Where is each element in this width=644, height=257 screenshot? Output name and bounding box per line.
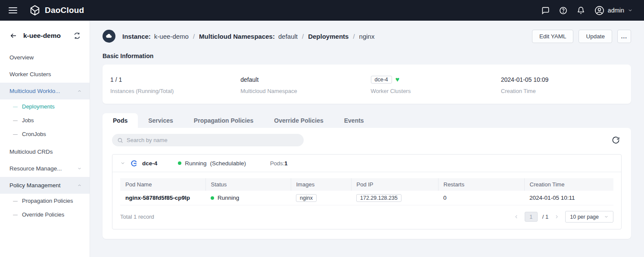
basic-information-title: Basic Information — [103, 53, 631, 59]
column-header-pod-ip: Pod IP — [351, 178, 438, 191]
pods-table: Pod Name Status Images Pod IP Restarts C… — [120, 178, 613, 205]
page-number-input[interactable] — [525, 212, 538, 222]
next-page-icon[interactable] — [553, 213, 560, 220]
more-actions-button[interactable]: ... — [617, 30, 631, 43]
breadcrumb-separator: / — [353, 33, 355, 40]
tab-services[interactable]: Services — [138, 113, 184, 128]
page-size-select[interactable]: 10 per page — [565, 211, 613, 223]
sidebar-item-overview[interactable]: Overview — [0, 49, 90, 66]
pagination: / 1 10 per page — [513, 211, 613, 223]
stat-value: 2024-01-05 10:09 — [501, 75, 631, 84]
cluster-name: dce-4 — [142, 160, 157, 167]
healthy-heart-icon: ♥ — [395, 76, 400, 83]
cluster-tag[interactable]: dce-4 — [371, 76, 392, 84]
update-button[interactable]: Update — [579, 30, 612, 43]
stat-label: Multicloud Namespace — [240, 88, 370, 94]
search-box — [112, 134, 304, 146]
prev-page-icon[interactable] — [513, 213, 520, 220]
breadcrumb-resource-name: nginx — [359, 33, 375, 40]
sidebar-item-override-policies[interactable]: Override Policies — [0, 207, 90, 221]
sidebar-item-jobs[interactable]: Jobs — [0, 113, 90, 127]
back-arrow-icon[interactable] — [9, 32, 17, 40]
cluster-group-header[interactable]: dce-4 Running (Schedulable) Pods:1 — [112, 155, 621, 172]
stat-label: Instances (Running/Total) — [110, 88, 240, 94]
chevron-down-icon — [628, 8, 633, 13]
sidebar-item-multicloud-crds[interactable]: Multicloud CRDs — [0, 143, 90, 160]
page-header: Instance: k-uee-demo / Multicloud Namesp… — [103, 27, 631, 46]
cluster-group: dce-4 Running (Schedulable) Pods:1 — [112, 154, 622, 229]
instance-title: k-uee-demo — [23, 32, 67, 40]
chevron-up-icon — [77, 89, 82, 93]
table-footer: Total 1 record / 1 — [120, 205, 613, 229]
chevron-down-icon — [77, 166, 82, 171]
tab-events[interactable]: Events — [334, 113, 374, 128]
breadcrumb-instance-value[interactable]: k-uee-demo — [154, 33, 189, 40]
menu-toggle-button[interactable] — [9, 7, 17, 13]
column-header-status: Status — [205, 178, 291, 191]
pod-status: Running — [211, 195, 286, 201]
stat-value: default — [240, 75, 370, 84]
column-header-restarts: Restarts — [438, 178, 524, 191]
sidebar-item-label: Propagation Policies — [22, 198, 73, 204]
page-size-value: 10 per page — [570, 214, 599, 220]
app-root: DaoCloud — [0, 0, 644, 257]
breadcrumb-namespace-value[interactable]: default — [278, 33, 298, 40]
notifications-bell-icon[interactable] — [577, 6, 585, 15]
tab-pods[interactable]: Pods — [103, 113, 138, 128]
sidebar-item-resource-management[interactable]: Resource Manage... — [0, 160, 90, 177]
status-dot-icon — [211, 196, 214, 200]
breadcrumb-separator: / — [193, 33, 195, 40]
cluster-logo-icon — [131, 160, 138, 167]
topbar: DaoCloud — [0, 0, 644, 21]
switch-instance-icon[interactable] — [73, 32, 81, 40]
table-row[interactable]: nginx-5878fd5f85-cp9lp Running nginx 17 — [120, 191, 613, 205]
stat-instances: 1 / 1 Instances (Running/Total) — [110, 75, 240, 94]
sidebar-item-cronjobs[interactable]: CronJobs — [0, 127, 90, 141]
sidebar-item-label: CronJobs — [22, 131, 46, 137]
chevron-down-icon — [604, 214, 609, 219]
sidebar-item-policy-management[interactable]: Policy Management — [0, 177, 90, 194]
breadcrumb-deployments[interactable]: Deployments — [308, 33, 348, 40]
breadcrumb-separator: / — [302, 33, 304, 40]
topbar-left: DaoCloud — [9, 5, 84, 16]
page-total: / 1 — [542, 214, 548, 220]
chat-icon[interactable] — [541, 6, 550, 15]
user-menu[interactable]: admin — [594, 6, 633, 15]
status-dot-icon — [178, 161, 181, 165]
pod-restarts: 0 — [443, 195, 447, 201]
brand[interactable]: DaoCloud — [29, 5, 84, 16]
collapse-chevron-icon[interactable] — [119, 160, 126, 167]
tab-propagation-policies[interactable]: Propagation Policies — [184, 113, 264, 128]
column-header-pod-name: Pod Name — [120, 178, 205, 191]
sidebar-item-label: Policy Management — [9, 182, 61, 189]
sidebar-item-multicloud-workloads[interactable]: Multicloud Worklo... — [0, 83, 90, 99]
image-tag[interactable]: nginx — [296, 194, 317, 202]
brand-name: DaoCloud — [45, 6, 84, 15]
pods-count-label: Pods: — [270, 160, 284, 167]
help-icon[interactable] — [559, 6, 567, 15]
topbar-right: admin — [541, 6, 633, 15]
pods-table-wrap: Pod Name Status Images Pod IP Restarts C… — [112, 178, 621, 229]
search-input[interactable] — [112, 134, 304, 146]
pods-count-value: 1 — [284, 160, 287, 167]
sidebar: k-uee-demo Overview Worker Clusters Mult… — [0, 21, 90, 257]
stat-label: Creation Time — [501, 88, 631, 94]
stat-value: 1 / 1 — [110, 75, 240, 84]
total-records: Total 1 record — [120, 214, 154, 220]
sidebar-item-propagation-policies[interactable]: Propagation Policies — [0, 194, 90, 207]
sidebar-item-deployments[interactable]: Deployments — [0, 99, 90, 113]
user-name: admin — [608, 7, 624, 14]
edit-yaml-button[interactable]: Edit YAML — [532, 30, 574, 43]
pod-creation-time: 2024-01-05 10:11 — [529, 195, 575, 201]
sidebar-item-label: Resource Manage... — [9, 165, 62, 172]
tab-override-policies[interactable]: Override Policies — [264, 113, 333, 128]
refresh-icon[interactable] — [610, 134, 622, 146]
pod-ip-tag[interactable]: 172.29.128.235 — [356, 194, 401, 202]
sidebar-nav: Overview Worker Clusters Multicloud Work… — [0, 49, 90, 221]
pod-name-link[interactable]: nginx-5878fd5f85-cp9lp — [125, 195, 190, 201]
sidebar-item-worker-clusters[interactable]: Worker Clusters — [0, 66, 90, 83]
stat-label: Worker Clusters — [371, 88, 501, 94]
sidebar-item-label: Overview — [9, 54, 34, 61]
instance-cloud-icon — [103, 30, 115, 43]
stat-value: dce-4 ♥ — [371, 75, 501, 84]
